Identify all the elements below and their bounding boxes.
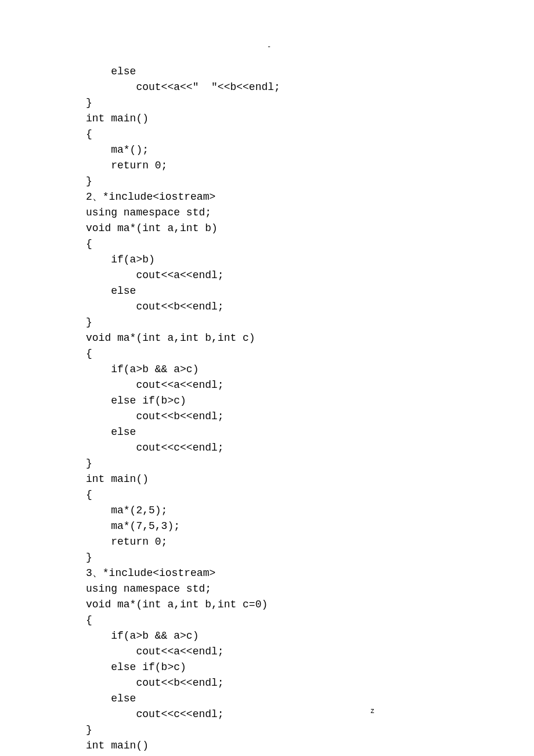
footer-dot: . <box>139 706 143 717</box>
code-listing: else cout<<a<<" "<<b<<endl; } int main()… <box>86 64 280 754</box>
footer-z: z <box>370 706 374 717</box>
page-header-mark: - <box>267 42 271 52</box>
